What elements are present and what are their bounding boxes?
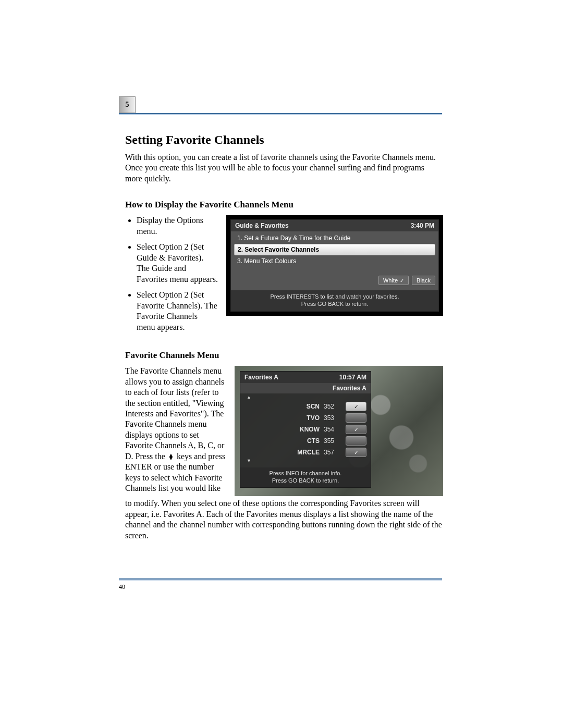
up-down-keys-icon: ▲▼ <box>167 453 175 460</box>
check-icon: ✓ <box>400 278 404 283</box>
favorites-description-continued: to modify. When you select one of these … <box>125 498 443 541</box>
favorite-toggle[interactable] <box>346 436 366 446</box>
guide-menu-item[interactable]: 3. Menu Text Colours <box>234 256 435 266</box>
channel-row: CTS 355 <box>244 435 366 447</box>
section-heading-display-menu: How to Display the Favorite Channels Men… <box>125 200 443 210</box>
favorite-toggle[interactable]: ✓ <box>346 425 366 434</box>
step-item: Select Option 2 (Set Guide & Favorites).… <box>137 242 218 285</box>
step-item: Display the Options menu. <box>137 215 218 237</box>
section1-row: Display the Options menu. Select Option … <box>125 215 443 338</box>
guide-menu-title: Guide & Favorites <box>235 222 289 229</box>
favorites-panel-footer: Press INFO for channel info. Press GO BA… <box>240 467 371 487</box>
section2-row: The Favorite Channels menu allows you to… <box>125 366 443 496</box>
favorites-subheading: Favorites A <box>240 383 371 393</box>
display-steps-list: Display the Options menu. Select Option … <box>125 215 218 338</box>
top-divider <box>119 113 442 114</box>
manual-page: 5 Setting Favorite Channels With this op… <box>125 96 443 549</box>
colour-option-black[interactable]: Black <box>412 276 435 285</box>
channel-row: TVO 353 <box>244 412 366 424</box>
intro-paragraph: With this option, you can create a list … <box>125 152 443 184</box>
colour-option-white[interactable]: White ✓ <box>378 276 409 285</box>
scroll-up-icon[interactable]: ▲ <box>244 394 366 401</box>
favorite-toggle[interactable]: ✓ <box>346 448 366 457</box>
guide-favorites-figure: Guide & Favorites 3:40 PM 1. Set a Futur… <box>226 215 443 316</box>
guide-menu-item-selected[interactable]: 2. Select Favorite Channels <box>234 244 435 255</box>
page-number: 40 <box>119 583 125 591</box>
channel-row: MRCLE 357 ✓ <box>244 447 366 458</box>
favorites-channel-list: ▲ SCN 352 ✓ TVO 353 KNOW <box>240 393 371 467</box>
section-heading-favorite-menu: Favorite Channels Menu <box>125 350 443 361</box>
page-title: Setting Favorite Channels <box>125 133 443 147</box>
favorite-toggle[interactable] <box>346 413 366 423</box>
favorite-toggle[interactable]: ✓ <box>346 402 366 411</box>
guide-menu-item[interactable]: 1. Set a Future Day & Time for the Guide <box>234 233 435 243</box>
bottom-divider <box>119 578 442 579</box>
chapter-number: 5 <box>126 101 129 109</box>
channel-row: KNOW 354 ✓ <box>244 424 366 435</box>
guide-menu-footer: Press INTERESTS to list and watch your f… <box>231 290 438 311</box>
favorites-description: The Favorite Channels menu allows you to… <box>125 366 226 494</box>
channel-row: SCN 352 ✓ <box>244 401 366 412</box>
scroll-down-icon[interactable]: ▼ <box>244 458 366 464</box>
chapter-tab: 5 <box>119 96 136 113</box>
menu-text-colours-row: White ✓ Black <box>234 276 435 285</box>
favorites-panel-title: Favorites A <box>244 374 278 381</box>
guide-menu-list: 1. Set a Future Day & Time for the Guide… <box>231 231 438 290</box>
guide-menu-time: 3:40 PM <box>411 222 434 229</box>
favorites-a-figure: Favorites A 10:57 AM Favorites A ▲ SCN 3… <box>235 366 443 496</box>
step-item: Select Option 2 (Set Favorite Channels).… <box>137 290 218 332</box>
favorites-panel-time: 10:57 AM <box>339 374 366 381</box>
